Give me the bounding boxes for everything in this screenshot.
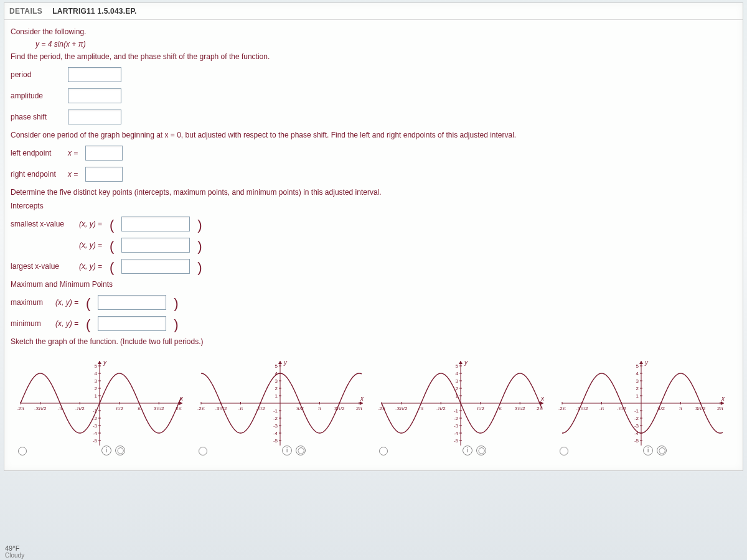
x-equals-text: x = [68, 170, 78, 179]
graph-radio-3[interactable] [379, 447, 388, 455]
svg-text:π: π [318, 406, 322, 411]
xy-equals-text: (x, y) = [55, 298, 78, 307]
graph-option-3[interactable]: yx-5-4-3-2-112345-2π-3π/2-π-π/2π/2π3π/22… [374, 357, 547, 449]
graph-radio-1[interactable] [18, 447, 27, 455]
svg-text:-π/2: -π/2 [75, 406, 85, 411]
svg-text:3: 3 [636, 378, 639, 384]
period-input[interactable] [68, 67, 121, 82]
xy-equals-text: (x, y) = [79, 262, 102, 271]
help-icon[interactable]: i [643, 446, 653, 455]
svg-text:y: y [103, 359, 107, 366]
help-icon[interactable]: i [282, 446, 292, 455]
expand-icon[interactable]: ◯ [476, 446, 486, 455]
svg-text:-2: -2 [454, 416, 459, 421]
svg-text:3π/2: 3π/2 [695, 406, 706, 411]
details-button[interactable]: DETAILS [9, 7, 42, 16]
maxmin-heading: Maximum and Minimum Points [11, 280, 736, 289]
svg-text:3π/2: 3π/2 [515, 406, 525, 411]
taskbar-weather: 49°F Cloudy [5, 544, 24, 559]
svg-text:-3π/2: -3π/2 [34, 406, 47, 411]
find-text: Find the period, the amplitude, and the … [11, 52, 736, 61]
svg-text:4: 4 [456, 371, 459, 376]
svg-text:-4: -4 [273, 431, 278, 436]
svg-text:-3π/2: -3π/2 [576, 406, 588, 411]
expand-icon[interactable]: ◯ [657, 446, 667, 455]
question-reference: LARTRIG11 1.5.043.EP. [52, 7, 136, 16]
maximum-input[interactable] [98, 295, 166, 310]
xy-equals-text: (x, y) = [79, 220, 102, 228]
svg-text:4: 4 [95, 371, 98, 376]
svg-text:-2: -2 [273, 416, 278, 421]
intercept-middle-input[interactable] [121, 238, 190, 253]
svg-text:-4: -4 [454, 431, 459, 436]
svg-text:-5: -5 [634, 438, 639, 444]
svg-text:3: 3 [275, 378, 278, 384]
svg-text:x: x [540, 395, 545, 402]
minimum-input[interactable] [98, 316, 166, 331]
svg-text:y: y [644, 359, 649, 366]
svg-text:5: 5 [456, 363, 459, 369]
svg-text:2: 2 [95, 386, 98, 391]
amplitude-input[interactable] [68, 88, 121, 103]
svg-text:π: π [679, 406, 683, 411]
intercept-largest-input[interactable] [121, 259, 190, 274]
amplitude-label: amplitude [11, 91, 60, 100]
intercepts-heading: Intercepts [11, 202, 736, 210]
left-endpoint-label: left endpoint [11, 149, 60, 157]
graph-radio-4[interactable] [560, 447, 568, 455]
svg-text:-2π: -2π [197, 406, 205, 411]
svg-text:5: 5 [95, 363, 98, 369]
svg-text:-1: -1 [634, 408, 639, 414]
svg-text:-4: -4 [93, 431, 98, 436]
left-endpoint-input[interactable] [85, 146, 123, 161]
graph-options: yx-5-4-3-2-112345-2π-3π/2-π-π/2π/2π3π/22… [11, 352, 736, 464]
keypoints-prompt: Determine the five distinct key points (… [11, 188, 736, 197]
svg-text:y: y [283, 359, 288, 366]
right-endpoint-input[interactable] [85, 167, 123, 182]
graph-plot: yx-5-4-3-2-112345-2π-3π/2-π-π/2π/2π3π/22… [194, 357, 367, 449]
svg-text:π/2: π/2 [116, 406, 124, 411]
period-label: period [11, 70, 60, 79]
maximum-label: maximum [11, 298, 48, 307]
svg-text:x: x [721, 395, 725, 402]
svg-text:-2π: -2π [558, 406, 566, 411]
svg-text:-1: -1 [273, 408, 278, 414]
graph-plot: yx-5-4-3-2-112345-2π-3π/2-π-π/2π/2π3π/22… [555, 357, 728, 449]
graph-plot: yx-5-4-3-2-112345-2π-3π/2-π-π/2π/2π3π/22… [13, 357, 186, 449]
x-equals-text: x = [68, 149, 78, 157]
svg-text:-3π/2: -3π/2 [395, 406, 408, 411]
svg-text:1: 1 [275, 393, 278, 399]
sketch-prompt: Sketch the graph of the function. (Inclu… [11, 337, 736, 346]
expand-icon[interactable]: ◯ [296, 446, 306, 455]
svg-text:-2: -2 [634, 416, 639, 421]
svg-text:-3: -3 [634, 423, 639, 429]
graph-option-2[interactable]: yx-5-4-3-2-112345-2π-3π/2-π-π/2π/2π3π/22… [194, 357, 367, 449]
svg-text:-3: -3 [93, 423, 98, 429]
svg-text:y: y [464, 359, 468, 366]
svg-text:-5: -5 [273, 438, 278, 444]
svg-text:-2π: -2π [17, 406, 25, 411]
graph-option-1[interactable]: yx-5-4-3-2-112345-2π-3π/2-π-π/2π/2π3π/22… [13, 357, 186, 449]
consider-text: Consider the following. [11, 27, 736, 36]
svg-text:-π: -π [238, 406, 243, 411]
largest-x-label: largest x-value [11, 262, 72, 271]
svg-text:2: 2 [636, 386, 639, 391]
svg-text:5: 5 [275, 363, 278, 369]
svg-text:-1: -1 [454, 408, 459, 414]
phase-shift-label: phase shift [11, 113, 60, 121]
svg-text:-π: -π [599, 406, 604, 411]
xy-equals-text: (x, y) = [55, 319, 78, 328]
svg-text:-5: -5 [93, 438, 98, 444]
svg-text:-3: -3 [273, 423, 278, 429]
endpoints-prompt: Consider one period of the graph beginni… [11, 131, 736, 139]
svg-text:3: 3 [95, 378, 98, 384]
svg-text:-5: -5 [454, 438, 459, 444]
svg-text:1: 1 [636, 393, 639, 399]
graph-option-4[interactable]: yx-5-4-3-2-112345-2π-3π/2-π-π/2π/2π3π/22… [555, 357, 728, 449]
graph-radio-2[interactable] [199, 447, 207, 455]
help-icon[interactable]: i [101, 446, 111, 455]
expand-icon[interactable]: ◯ [115, 446, 125, 455]
help-icon[interactable]: i [463, 446, 472, 455]
phase-shift-input[interactable] [68, 110, 121, 124]
intercept-smallest-input[interactable] [121, 217, 190, 231]
